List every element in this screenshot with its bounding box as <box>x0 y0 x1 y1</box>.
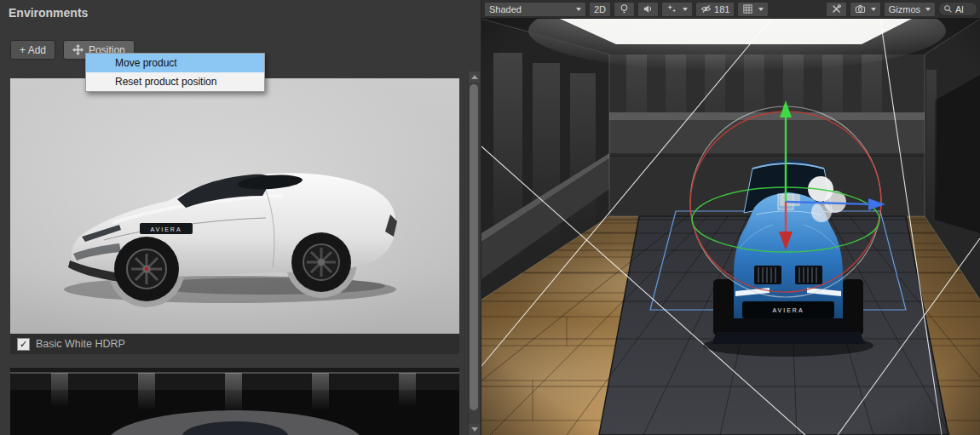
hidden-object-count: 181 <box>714 4 729 14</box>
search-icon <box>943 4 953 14</box>
environment-thumbnail-dark-garage <box>10 368 459 435</box>
environment-checkbox[interactable] <box>17 338 30 351</box>
effects-sparkles-icon <box>666 3 677 14</box>
speaker-icon <box>643 3 654 14</box>
white-car-render: AVIERA <box>10 78 459 334</box>
shading-mode-dropdown[interactable]: Shaded <box>484 2 586 17</box>
position-context-menu: Move product Reset product position <box>85 53 265 92</box>
scene-render: AVIERA <box>481 19 980 435</box>
environment-thumbnail-car: AVIERA <box>10 78 459 334</box>
shading-mode-label: Shaded <box>489 4 522 14</box>
add-environment-button[interactable]: + Add <box>10 40 55 60</box>
grid-settings-dropdown[interactable] <box>737 2 769 17</box>
thumbnail-car-badge-text: AVIERA <box>150 226 182 232</box>
front-wheel <box>114 237 179 301</box>
environment-card-2[interactable] <box>10 368 459 435</box>
scene-effects-dropdown[interactable] <box>661 2 693 17</box>
scene-viewport[interactable]: AVIERA <box>481 19 980 435</box>
scrollbar-thumb[interactable] <box>470 84 478 410</box>
camera-settings-dropdown[interactable] <box>850 2 881 17</box>
environment-label-bar: Basic White HDRP <box>10 334 459 354</box>
search-value: Al <box>955 4 964 14</box>
tools-icon <box>831 3 842 14</box>
chevron-down-icon <box>576 8 581 11</box>
environment-label: Basic White HDRP <box>36 338 125 350</box>
environments-panel: Environments + Add Position Move product… <box>0 0 481 435</box>
toggle-2d-button[interactable]: 2D <box>589 2 611 17</box>
scene-lighting-button[interactable] <box>614 2 635 17</box>
scroll-up-icon <box>471 75 478 79</box>
toggle-2d-label: 2D <box>594 4 606 14</box>
scene-visibility-button[interactable]: 181 <box>695 2 735 17</box>
add-button-label: + Add <box>20 44 46 56</box>
scrollbar-down-button[interactable] <box>469 424 480 435</box>
scene-audio-button[interactable] <box>637 2 659 17</box>
scrollbar-up-button[interactable] <box>469 72 480 83</box>
environment-card-basic-white[interactable]: AVIERA <box>10 78 459 354</box>
chevron-down-icon <box>683 8 688 11</box>
panel-scrollbar[interactable] <box>468 72 480 435</box>
menu-item-reset-product-position[interactable]: Reset product position <box>86 72 264 91</box>
editor-tools-button[interactable] <box>826 2 847 17</box>
menu-item-move-product[interactable]: Move product <box>86 54 264 72</box>
chevron-down-icon <box>758 8 764 11</box>
rear-wheel <box>291 232 351 292</box>
scene-view: Shaded 2D <box>481 0 980 435</box>
grid-icon <box>742 3 753 14</box>
scene-view-toolbar: Shaded 2D <box>481 0 980 19</box>
eye-slash-icon <box>700 3 712 14</box>
gizmos-label: Gizmos <box>889 4 920 14</box>
vignette <box>481 19 980 435</box>
chevron-down-icon <box>871 8 876 11</box>
panel-title: Environments <box>9 6 88 20</box>
gizmos-dropdown[interactable]: Gizmos <box>884 2 936 17</box>
lightbulb-icon <box>619 3 630 14</box>
chevron-down-icon <box>925 8 931 11</box>
scene-search-field[interactable]: Al <box>938 2 977 16</box>
move-icon <box>72 44 84 55</box>
app-window: Environments + Add Position Move product… <box>0 0 980 435</box>
camera-icon <box>855 3 866 14</box>
scroll-down-icon <box>471 427 478 432</box>
